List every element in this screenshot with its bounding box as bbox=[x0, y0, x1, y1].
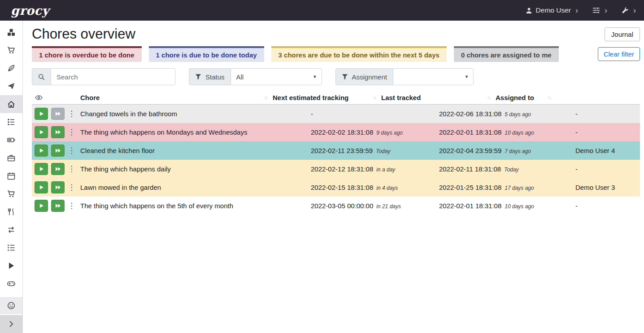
status-filter-label: Status bbox=[205, 73, 225, 81]
next-tracking-cell: - bbox=[311, 110, 439, 118]
search-icon-box bbox=[32, 68, 51, 85]
row-menu-button[interactable]: ⋮ bbox=[68, 147, 75, 154]
assigned-to: - bbox=[575, 165, 640, 173]
assignment-select[interactable]: ▼ bbox=[393, 68, 474, 85]
last-tracked-relative: Today bbox=[504, 166, 518, 173]
row-menu-button[interactable]: ⋮ bbox=[68, 184, 75, 191]
user-menu[interactable]: Demo User › bbox=[526, 6, 578, 14]
sidebar-item-inventory[interactable] bbox=[0, 239, 22, 257]
fast-forward-icon bbox=[55, 166, 61, 171]
next-tracking-relative: 9 days ago bbox=[376, 130, 403, 136]
row-menu-button[interactable]: ⋮ bbox=[68, 128, 75, 136]
main-content: Chores overview Journal 1 chore is overd… bbox=[23, 21, 644, 215]
last-tracked-cell: 2022-02-04 23:59:597 days ago bbox=[439, 147, 575, 155]
skip-execution-button[interactable] bbox=[51, 108, 65, 120]
track-execution-button[interactable] bbox=[35, 108, 48, 120]
sort-icon: ↑↓ bbox=[548, 95, 551, 100]
cubes-icon bbox=[7, 28, 15, 36]
skip-execution-button[interactable] bbox=[51, 200, 65, 212]
sidebar-item-transfer[interactable] bbox=[0, 221, 22, 239]
track-execution-button[interactable] bbox=[35, 126, 48, 138]
assigned-to: Demo User 4 bbox=[575, 147, 640, 154]
sidebar-item-recipes[interactable] bbox=[0, 59, 22, 77]
row-menu-button[interactable]: ⋮ bbox=[68, 165, 75, 173]
home-icon bbox=[7, 100, 15, 108]
search-input[interactable] bbox=[51, 68, 175, 85]
last-tracked-date: 2022-02-01 18:31:08 bbox=[439, 202, 501, 210]
last-tracked-date: 2022-02-11 18:31:08 bbox=[439, 165, 501, 173]
utensils-icon bbox=[7, 208, 15, 216]
row-actions: ⋮ bbox=[32, 145, 77, 157]
sidebar-item-equipment[interactable] bbox=[0, 149, 22, 167]
sidebar-item-shopping-list[interactable] bbox=[0, 41, 22, 59]
sidebar-item-purchase[interactable] bbox=[0, 185, 22, 203]
last-tracked-cell: 2022-01-25 18:31:0817 days ago bbox=[439, 184, 575, 192]
sidebar-item-stock-overview[interactable] bbox=[0, 23, 22, 41]
sidebar-item-calendar[interactable] bbox=[0, 167, 22, 185]
last-tracked-cell: 2022-02-11 18:31:08Today bbox=[439, 165, 575, 173]
row-menu-button[interactable]: ⋮ bbox=[68, 202, 75, 210]
chore-name: Changed towels in the bathroom bbox=[77, 110, 311, 118]
skip-execution-button[interactable] bbox=[51, 163, 65, 175]
row-menu-button[interactable]: ⋮ bbox=[68, 110, 75, 118]
column-header-next-tracking[interactable]: Next estimated tracking ↑↓ bbox=[273, 94, 381, 101]
filter-banner-overdue[interactable]: 1 chore is overdue to be done bbox=[32, 46, 142, 62]
row-actions: ⋮ bbox=[32, 126, 77, 138]
column-header-assigned-to[interactable]: Assigned to ↑↓ bbox=[496, 94, 556, 101]
next-tracking-date: 2022-02-15 18:31:08 bbox=[311, 184, 373, 191]
table-row: ⋮ Lawn mowed in the garden 2022-02-15 18… bbox=[32, 178, 640, 197]
fast-forward-icon bbox=[55, 203, 61, 208]
user-icon bbox=[526, 7, 532, 14]
settings-menu[interactable]: › bbox=[592, 6, 607, 14]
track-execution-button[interactable] bbox=[35, 163, 48, 175]
sidebar-item-chores-overview[interactable] bbox=[0, 95, 22, 113]
sidebar-item-battery-tracking[interactable] bbox=[0, 275, 22, 293]
skip-execution-button[interactable] bbox=[51, 145, 65, 157]
sidebar-item-meal-plan[interactable] bbox=[0, 77, 22, 95]
filter-bar: Status All ▼ Assignment ▼ bbox=[32, 68, 640, 85]
next-tracking-cell: 2022-03-05 00:00:00in 21 days bbox=[311, 202, 439, 210]
toggle-visibility-button[interactable] bbox=[32, 95, 43, 101]
clear-filter-button[interactable]: Clear filter bbox=[598, 47, 640, 61]
last-tracked-relative: 17 days ago bbox=[505, 185, 534, 191]
calendar-icon bbox=[7, 172, 15, 180]
filter-banner-assigned-to-me[interactable]: 0 chores are assigned to me bbox=[454, 46, 559, 62]
status-select[interactable]: All ▼ bbox=[231, 68, 322, 85]
assigned-to: Demo User 3 bbox=[575, 184, 640, 191]
next-tracking-cell: 2022-02-02 18:31:089 days ago bbox=[311, 128, 439, 136]
track-execution-button[interactable] bbox=[35, 145, 48, 157]
sidebar-item-consume[interactable] bbox=[0, 203, 22, 221]
exchange-arrows-icon bbox=[7, 226, 15, 234]
sidebar-expand-button[interactable] bbox=[0, 315, 22, 333]
fast-forward-icon bbox=[55, 111, 61, 116]
column-header-chore[interactable]: Chore ↑↓ bbox=[77, 94, 273, 101]
sidebar-item-feedback[interactable] bbox=[0, 297, 22, 314]
journal-button[interactable]: Journal bbox=[605, 27, 640, 41]
briefcase-icon bbox=[7, 154, 15, 162]
assigned-to: - bbox=[575, 128, 640, 136]
sidebar-item-chore-tracking[interactable] bbox=[0, 257, 22, 275]
skip-execution-button[interactable] bbox=[51, 126, 65, 138]
list-check-icon bbox=[7, 118, 15, 126]
row-actions: ⋮ bbox=[32, 163, 77, 175]
track-execution-button[interactable] bbox=[35, 181, 48, 193]
table-row: ⋮ The thing which happens on the 5th of … bbox=[32, 197, 640, 215]
next-tracking-date: 2022-02-11 23:59:59 bbox=[311, 147, 373, 154]
status-banners: 1 chore is overdue to be done 1 chore is… bbox=[32, 46, 640, 62]
next-tracking-date: - bbox=[311, 110, 313, 118]
chevron-right-icon: › bbox=[605, 6, 607, 14]
sort-icon: ↑↓ bbox=[373, 95, 376, 100]
filter-banner-due-today[interactable]: 1 chore is due to be done today bbox=[149, 46, 264, 62]
sidebar-item-tasks[interactable] bbox=[0, 113, 22, 131]
sidebar-item-batteries[interactable] bbox=[0, 131, 22, 149]
column-header-last-tracked[interactable]: Last tracked ↑↓ bbox=[381, 94, 496, 101]
brand-logo[interactable]: grocy bbox=[11, 4, 49, 17]
next-tracking-relative: Today bbox=[376, 148, 390, 154]
next-tracking-date: 2022-03-05 00:00:00 bbox=[311, 202, 373, 210]
filter-banner-due-soon[interactable]: 3 chores are due to be done within the n… bbox=[271, 46, 447, 62]
chore-name: The thing which happens on the 5th of ev… bbox=[77, 202, 311, 210]
last-tracked-date: 2022-02-04 23:59:59 bbox=[439, 147, 501, 154]
tools-menu[interactable]: › bbox=[622, 6, 636, 14]
track-execution-button[interactable] bbox=[35, 200, 48, 212]
skip-execution-button[interactable] bbox=[51, 181, 65, 193]
